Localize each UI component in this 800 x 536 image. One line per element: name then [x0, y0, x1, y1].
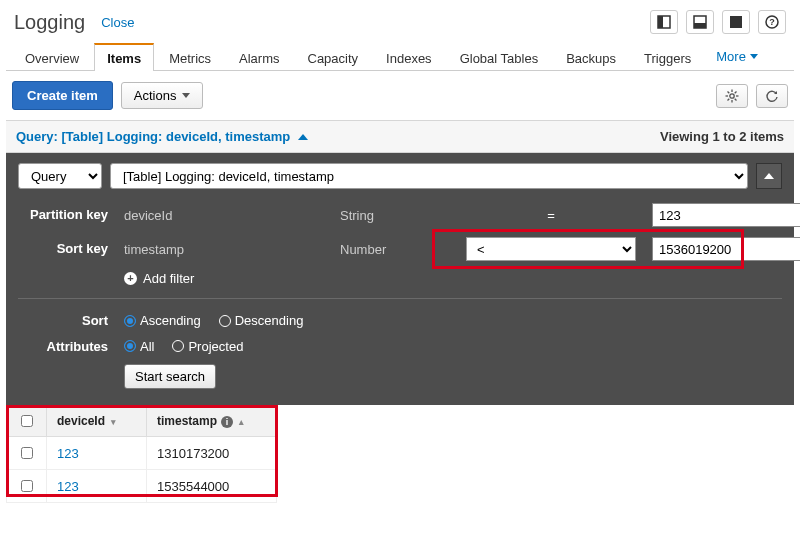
svg-text:?: ?	[769, 17, 775, 27]
svg-line-13	[735, 98, 737, 100]
tab-items[interactable]: Items	[94, 43, 154, 71]
chevron-up-icon	[764, 173, 774, 179]
tab-alarms[interactable]: Alarms	[226, 44, 292, 71]
tab-triggers[interactable]: Triggers	[631, 44, 704, 71]
query-panel: Query [Table] Logging: deviceId, timesta…	[6, 153, 794, 405]
sort-key-op-select[interactable]: <	[466, 237, 636, 261]
svg-line-14	[735, 91, 737, 93]
start-search-button[interactable]: Start search	[124, 364, 216, 389]
sort-ascending-radio[interactable]: Ascending	[124, 313, 201, 328]
timestamp-cell: 1535544000	[147, 470, 277, 503]
sort-key-label: Sort key	[18, 241, 108, 257]
tabs-more[interactable]: More	[706, 43, 768, 70]
create-item-button[interactable]: Create item	[12, 81, 113, 110]
svg-point-7	[730, 93, 734, 97]
mode-select[interactable]: Query	[18, 163, 102, 189]
tab-overview[interactable]: Overview	[12, 44, 92, 71]
partition-key-value-input[interactable]	[652, 203, 800, 227]
attributes-label: Attributes	[18, 339, 108, 355]
attributes-all-radio[interactable]: All	[124, 339, 154, 354]
viewing-count: Viewing 1 to 2 items	[660, 129, 784, 144]
tab-indexes[interactable]: Indexes	[373, 44, 445, 71]
svg-line-15	[728, 98, 730, 100]
layout-full-icon[interactable]	[722, 10, 750, 34]
layout-split-icon[interactable]	[650, 10, 678, 34]
deviceid-link[interactable]: 123	[57, 479, 79, 494]
tab-bar: Overview Items Metrics Alarms Capacity I…	[6, 42, 794, 71]
sort-label: Sort	[18, 313, 108, 329]
partition-key-type: String	[340, 208, 450, 223]
row-checkbox[interactable]	[21, 447, 33, 459]
select-all-checkbox[interactable]	[21, 415, 33, 427]
refresh-icon	[765, 89, 779, 103]
chevron-up-icon[interactable]	[298, 134, 308, 140]
refresh-button[interactable]	[756, 84, 788, 108]
svg-line-12	[728, 91, 730, 93]
plus-circle-icon: +	[124, 272, 137, 285]
page-title: Logging	[14, 11, 85, 34]
table-select[interactable]: [Table] Logging: deviceId, timestamp	[110, 163, 748, 189]
tab-capacity[interactable]: Capacity	[295, 44, 372, 71]
svg-rect-4	[730, 16, 742, 28]
close-link[interactable]: Close	[101, 15, 134, 30]
sort-descending-radio[interactable]: Descending	[219, 313, 304, 328]
sort-key-type: Number	[340, 242, 450, 257]
col-header-timestamp[interactable]: timestampi▴	[147, 406, 277, 437]
deviceid-link[interactable]: 123	[57, 446, 79, 461]
attributes-projected-radio[interactable]: Projected	[172, 339, 243, 354]
actions-button[interactable]: Actions	[121, 82, 204, 109]
add-filter-button[interactable]: + Add filter	[124, 271, 324, 286]
chevron-down-icon	[750, 54, 758, 59]
partition-key-name: deviceId	[124, 208, 324, 223]
layout-bottom-icon[interactable]	[686, 10, 714, 34]
tab-metrics[interactable]: Metrics	[156, 44, 224, 71]
sort-key-name: timestamp	[124, 242, 324, 257]
tab-global-tables[interactable]: Global Tables	[447, 44, 552, 71]
query-summary[interactable]: Query: [Table] Logging: deviceId, timest…	[16, 129, 290, 144]
tab-backups[interactable]: Backups	[553, 44, 629, 71]
gear-icon	[725, 89, 739, 103]
table-row: 123 1535544000	[7, 470, 277, 503]
table-row: 123 1310173200	[7, 437, 277, 470]
col-header-deviceid[interactable]: deviceId▾	[47, 406, 147, 437]
info-icon: i	[221, 416, 233, 428]
svg-rect-1	[658, 16, 663, 28]
partition-key-label: Partition key	[18, 207, 108, 223]
settings-button[interactable]	[716, 84, 748, 108]
chevron-down-icon	[182, 93, 190, 98]
row-checkbox[interactable]	[21, 480, 33, 492]
svg-rect-3	[694, 23, 706, 28]
timestamp-cell: 1310173200	[147, 437, 277, 470]
sort-key-value-input[interactable]	[652, 237, 800, 261]
results-area: deviceId▾ timestampi▴ 123 1310173200 123…	[6, 405, 794, 503]
help-icon[interactable]: ?	[758, 10, 786, 34]
partition-key-op: =	[466, 208, 636, 223]
collapse-panel-button[interactable]	[756, 163, 782, 189]
